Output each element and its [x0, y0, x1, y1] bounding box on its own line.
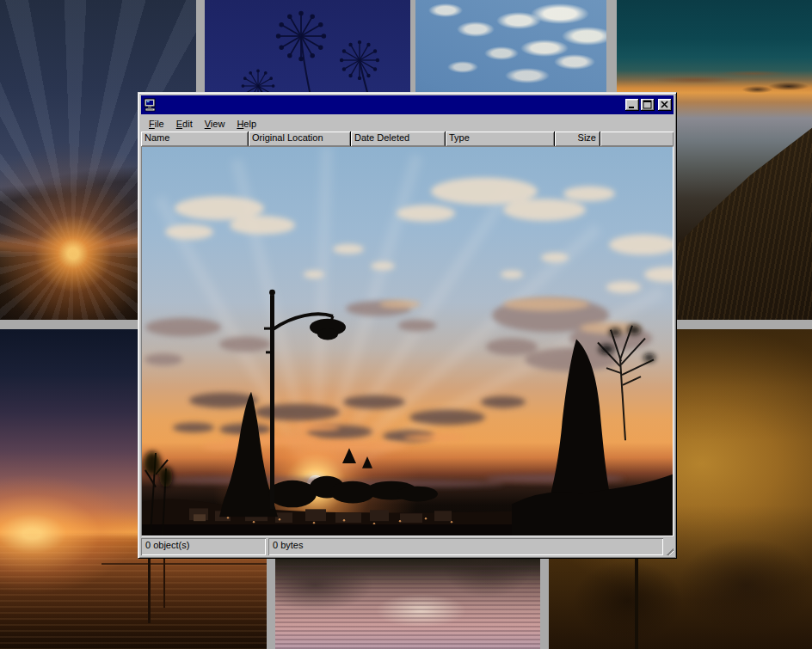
menu-help[interactable]: Help: [231, 118, 261, 130]
recycle-bin-window: File Edit View Help Name Original Locati…: [138, 92, 677, 559]
close-icon: [658, 99, 672, 111]
status-objects: 0 object(s): [141, 538, 266, 555]
column-header-date-deleted[interactable]: Date Deleted: [351, 132, 446, 146]
menu-file[interactable]: File: [144, 118, 169, 130]
pole-silhouette: [163, 554, 165, 608]
menu-view[interactable]: View: [200, 118, 231, 130]
maximize-icon: [641, 99, 655, 111]
menu-bar: File Edit View Help: [141, 114, 674, 132]
sunset-lamp-photo: [142, 147, 673, 536]
menu-edit[interactable]: Edit: [171, 118, 198, 130]
computer-icon: [143, 98, 157, 112]
minimize-button[interactable]: [625, 99, 639, 111]
column-header-filler: [600, 132, 674, 146]
close-button[interactable]: [658, 99, 672, 111]
column-header-size[interactable]: Size: [555, 132, 600, 146]
maximize-button[interactable]: [641, 99, 655, 111]
minimize-icon: [625, 99, 639, 111]
status-bytes: 0 bytes: [268, 538, 663, 555]
column-header-type[interactable]: Type: [446, 132, 555, 146]
column-header-name[interactable]: Name: [141, 132, 249, 146]
list-view[interactable]: [141, 146, 674, 536]
window-controls: [625, 99, 672, 111]
status-bar: 0 object(s) 0 bytes: [141, 536, 674, 555]
column-headers: Name Original Location Date Deleted Type…: [141, 132, 674, 146]
pole-silhouette: [148, 550, 151, 623]
title-bar[interactable]: [141, 95, 674, 114]
dock-edge: [102, 563, 267, 565]
resize-grip[interactable]: [663, 545, 674, 555]
water-ripples: [275, 566, 540, 649]
column-header-original-location[interactable]: Original Location: [249, 132, 351, 146]
